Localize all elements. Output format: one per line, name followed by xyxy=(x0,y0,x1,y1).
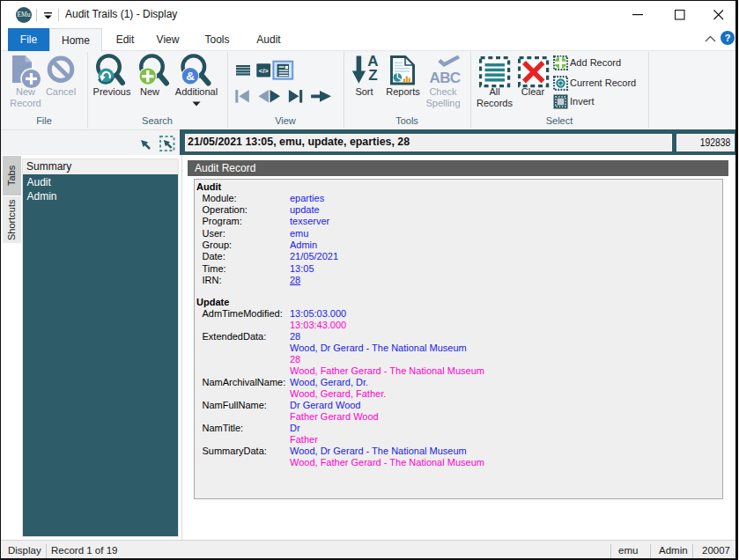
svg-text:ABC: ABC xyxy=(430,70,461,84)
svg-text:</>: </> xyxy=(259,67,269,75)
svg-text:Z: Z xyxy=(368,67,377,84)
svg-text:&: & xyxy=(186,70,195,83)
